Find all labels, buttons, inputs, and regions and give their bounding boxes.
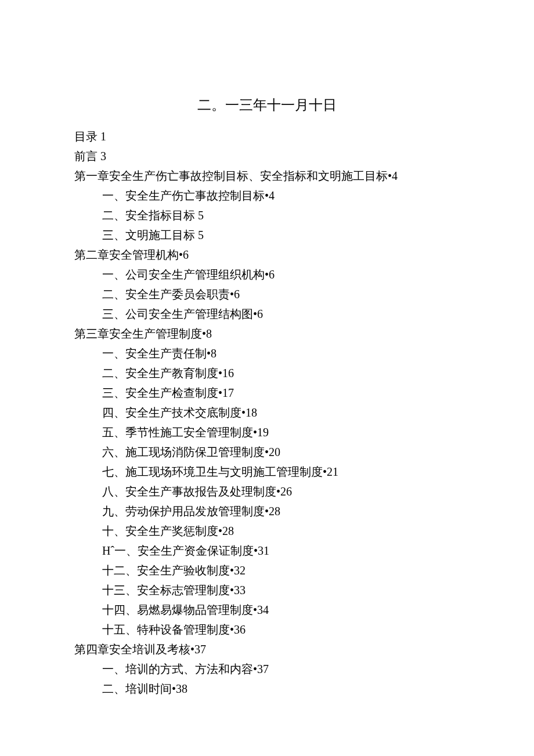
toc-line: 三、文明施工目标 5 bbox=[74, 229, 460, 241]
toc-line: 二、培训时间•38 bbox=[74, 683, 460, 694]
toc-line: 十五、特种设备管理制度•36 bbox=[74, 624, 460, 635]
toc-line: 一、安全生产伤亡事故控制目标•4 bbox=[74, 190, 460, 201]
toc-line: 一、公司安全生产管理组织机构•6 bbox=[74, 269, 460, 280]
toc-line: 第三章安全生产管理制度•8 bbox=[74, 328, 460, 339]
toc-line: 一、安全生产责任制•8 bbox=[74, 348, 460, 359]
toc-line: 九、劳动保护用品发放管理制度•28 bbox=[74, 505, 460, 517]
document-date-title: 二。一三年十一月十日 bbox=[74, 96, 460, 114]
toc-line: 十二、安全生产验收制度•32 bbox=[74, 565, 460, 576]
toc-line: 十四、易燃易爆物品管理制度•34 bbox=[74, 604, 460, 616]
toc-line: 二、安全生产教育制度•16 bbox=[74, 367, 460, 379]
toc-line: 五、季节性施工安全管理制度•19 bbox=[74, 426, 460, 438]
toc-line: 二、安全生产委员会职责•6 bbox=[74, 288, 460, 300]
toc-line: 第二章安全管理机构•6 bbox=[74, 249, 460, 261]
toc-line: 第四章安全培训及考核•37 bbox=[74, 643, 460, 655]
toc-line: Hˆ一、安全生产资金保证制度•31 bbox=[74, 545, 460, 556]
toc-line: 七、施工现场环境卫生与文明施工管理制度•21 bbox=[74, 466, 460, 478]
toc-line: 第一章安全生产伤亡事故控制目标、安全指标和文明施工目标•4 bbox=[74, 170, 460, 182]
toc-line: 二、安全指标目标 5 bbox=[74, 209, 460, 221]
toc-line: 六、施工现场消防保卫管理制度•20 bbox=[74, 446, 460, 458]
toc-line: 十、安全生产奖惩制度•28 bbox=[74, 525, 460, 537]
toc-line: 前言 3 bbox=[74, 150, 460, 162]
toc-line: 三、安全生产检查制度•17 bbox=[74, 387, 460, 399]
toc-line: 十三、安全标志管理制度•33 bbox=[74, 584, 460, 596]
toc-line: 三、公司安全生产管理结构图•6 bbox=[74, 308, 460, 320]
toc-line: 八、安全生产事故报告及处理制度•26 bbox=[74, 486, 460, 497]
toc-line: 一、培训的方式、方法和内容•37 bbox=[74, 663, 460, 675]
toc-line: 四、安全生产技术交底制度•18 bbox=[74, 407, 460, 418]
toc-container: 目录 1前言 3第一章安全生产伤亡事故控制目标、安全指标和文明施工目标•4一、安… bbox=[74, 131, 460, 694]
toc-line: 目录 1 bbox=[74, 131, 460, 142]
